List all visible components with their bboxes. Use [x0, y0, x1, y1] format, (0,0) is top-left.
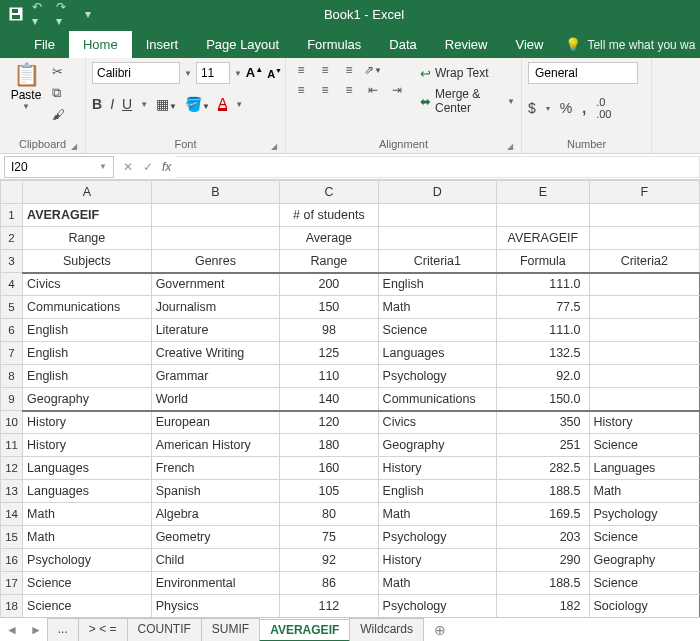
row-header[interactable]: 2 — [1, 227, 23, 250]
cell[interactable]: Communications — [378, 388, 497, 411]
cell[interactable] — [378, 227, 497, 250]
cell[interactable]: Sociology — [589, 595, 700, 618]
column-header[interactable]: C — [280, 181, 378, 204]
save-icon[interactable] — [8, 6, 24, 22]
cell[interactable]: Languages — [378, 342, 497, 365]
row-header[interactable]: 11 — [1, 434, 23, 457]
row-header[interactable]: 14 — [1, 503, 23, 526]
cell[interactable]: 92.0 — [497, 365, 589, 388]
row-header[interactable]: 16 — [1, 549, 23, 572]
cell[interactable]: 180 — [280, 434, 378, 457]
column-header[interactable]: F — [589, 181, 700, 204]
font-size-input[interactable] — [196, 62, 230, 84]
cell[interactable]: Algebra — [151, 503, 280, 526]
align-middle-icon[interactable]: ≡ — [316, 62, 334, 78]
sheet-tab[interactable]: AVERAGEIF — [259, 619, 350, 641]
formula-input[interactable] — [175, 156, 700, 178]
cell[interactable]: AVERAGEIF — [497, 227, 589, 250]
cell[interactable] — [589, 342, 700, 365]
align-center-icon[interactable]: ≡ — [316, 82, 334, 98]
tab-file[interactable]: File — [20, 31, 69, 58]
new-sheet-icon[interactable]: ⊕ — [424, 622, 456, 638]
cell[interactable]: 160 — [280, 457, 378, 480]
sheet-nav-prev-icon[interactable]: ◄ — [0, 623, 24, 637]
cell[interactable]: Communications — [23, 296, 152, 319]
cell[interactable]: Subjects — [23, 250, 152, 273]
cell[interactable]: Physics — [151, 595, 280, 618]
cell[interactable]: Child — [151, 549, 280, 572]
redo-icon[interactable]: ↷ ▾ — [56, 6, 72, 22]
cell[interactable] — [589, 273, 700, 296]
cell[interactable]: Geometry — [151, 526, 280, 549]
cell[interactable]: 350 — [497, 411, 589, 434]
number-format-select[interactable] — [528, 62, 638, 84]
cell[interactable]: Math — [378, 503, 497, 526]
cell[interactable]: French — [151, 457, 280, 480]
cell[interactable]: Geography — [23, 388, 152, 411]
cell[interactable]: 200 — [280, 273, 378, 296]
comma-format-icon[interactable]: , — [582, 100, 586, 116]
sheet-tab[interactable]: Wildcards — [349, 618, 424, 641]
cell[interactable]: 125 — [280, 342, 378, 365]
dialog-launcher-icon[interactable]: ◢ — [271, 142, 277, 151]
cell[interactable]: 77.5 — [497, 296, 589, 319]
dialog-launcher-icon[interactable]: ◢ — [507, 142, 513, 151]
dialog-launcher-icon[interactable]: ◢ — [71, 142, 77, 151]
border-icon[interactable]: ▦▼ — [156, 96, 177, 112]
percent-format-icon[interactable]: % — [560, 100, 572, 116]
align-right-icon[interactable]: ≡ — [340, 82, 358, 98]
cell[interactable]: 140 — [280, 388, 378, 411]
cell[interactable] — [589, 227, 700, 250]
cell[interactable]: Psychology — [589, 503, 700, 526]
cancel-icon[interactable]: ✕ — [118, 160, 138, 174]
cell[interactable]: 182 — [497, 595, 589, 618]
cell[interactable]: Math — [378, 296, 497, 319]
cell[interactable]: Geography — [378, 434, 497, 457]
cell[interactable]: Languages — [23, 480, 152, 503]
sheet-tab[interactable]: ... — [47, 618, 79, 641]
cell[interactable]: Math — [378, 572, 497, 595]
cell[interactable]: History — [378, 549, 497, 572]
undo-icon[interactable]: ↶ ▾ — [32, 6, 48, 22]
cell[interactable]: Science — [23, 572, 152, 595]
align-top-icon[interactable]: ≡ — [292, 62, 310, 78]
sheet-tab[interactable]: > < = — [78, 618, 128, 641]
cell[interactable] — [589, 365, 700, 388]
cell[interactable]: 105 — [280, 480, 378, 503]
cell[interactable]: Genres — [151, 250, 280, 273]
cell[interactable]: History — [23, 434, 152, 457]
cell[interactable]: American History — [151, 434, 280, 457]
sheet-tab[interactable]: COUNTIF — [127, 618, 202, 641]
tab-home[interactable]: Home — [69, 31, 132, 58]
cell[interactable]: Languages — [23, 457, 152, 480]
increase-decimal-icon[interactable]: .0.00 — [596, 96, 611, 120]
row-header[interactable]: 17 — [1, 572, 23, 595]
cell[interactable]: Math — [23, 503, 152, 526]
fill-color-icon[interactable]: 🪣▼ — [185, 96, 210, 112]
italic-button[interactable]: I — [110, 96, 114, 112]
cell[interactable]: Journalism — [151, 296, 280, 319]
tab-data[interactable]: Data — [375, 31, 430, 58]
cell[interactable] — [151, 227, 280, 250]
cell[interactable]: Range — [23, 227, 152, 250]
row-header[interactable]: 1 — [1, 204, 23, 227]
cell[interactable]: History — [378, 457, 497, 480]
cell[interactable]: Psychology — [378, 526, 497, 549]
cell[interactable]: Science — [589, 434, 700, 457]
shrink-font-icon[interactable]: A▼ — [267, 67, 282, 80]
cell[interactable]: 80 — [280, 503, 378, 526]
row-header[interactable]: 15 — [1, 526, 23, 549]
format-painter-icon[interactable]: 🖌 — [52, 107, 65, 122]
increase-indent-icon[interactable]: ⇥ — [388, 82, 406, 98]
tab-page-layout[interactable]: Page Layout — [192, 31, 293, 58]
cell[interactable]: 111.0 — [497, 273, 589, 296]
copy-icon[interactable]: ⧉ — [52, 85, 65, 101]
cell[interactable]: Average — [280, 227, 378, 250]
cell[interactable]: 169.5 — [497, 503, 589, 526]
cell[interactable]: Science — [378, 319, 497, 342]
tab-review[interactable]: Review — [431, 31, 502, 58]
cell[interactable]: Science — [23, 595, 152, 618]
column-header[interactable]: D — [378, 181, 497, 204]
row-header[interactable]: 18 — [1, 595, 23, 618]
row-header[interactable]: 8 — [1, 365, 23, 388]
